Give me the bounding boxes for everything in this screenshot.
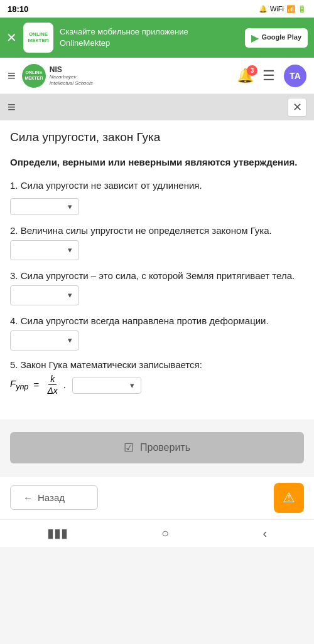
warning-icon: ⚠ — [283, 490, 295, 506]
check-section: ☑ Проверить — [0, 420, 314, 476]
question-5-select[interactable]: ▾ — [72, 377, 141, 394]
question-4-text: 4. Сила упругости всегда направлена прот… — [10, 314, 304, 351]
question-5: 5. Закон Гука математически записывается… — [10, 359, 304, 396]
nav-logo-group: ONLINE МЕКТЕП NIS Nazarbayev Intellectua… — [22, 64, 230, 88]
toolbar: ≡ ✕ — [0, 94, 314, 120]
main-content: Сила упругости, закон Гука Определи, вер… — [0, 120, 314, 420]
check-icon: ☑ — [124, 441, 134, 455]
google-play-label: Google Play — [261, 33, 301, 41]
question-2-text: 2. Величина силы упругости не определяет… — [10, 224, 304, 260]
question-1-select[interactable]: ▾ — [10, 198, 79, 215]
question-4: 4. Сила упругости всегда направлена прот… — [10, 314, 304, 351]
sys-home-button[interactable]: ○ — [161, 526, 169, 541]
question-3-select[interactable]: ▾ — [10, 285, 79, 305]
nav-nis-logo: NIS Nazarbayev Intellectual Schools — [50, 65, 100, 87]
task-instruction: Определи, верными или неверными являются… — [10, 156, 304, 169]
question-2-select[interactable]: ▾ — [10, 240, 79, 260]
wifi-icon: WiFi — [270, 5, 284, 13]
status-icons: 🔔 WiFi 📶 🔋 — [259, 5, 306, 13]
signal-icon: 📶 — [286, 5, 295, 13]
status-bar: 18:10 🔔 WiFi 📶 🔋 — [0, 0, 314, 18]
back-button[interactable]: ← Назад — [10, 485, 98, 510]
toolbar-close-button[interactable]: ✕ — [288, 98, 306, 117]
formula-lhs: Fупр — [10, 378, 28, 391]
google-play-button[interactable]: ▶ Google Play — [245, 28, 308, 48]
notification-badge: 3 — [247, 65, 257, 76]
question-1: 1. Сила упругости не зависит от удлинени… — [10, 179, 304, 215]
question-3-text: 3. Сила упругости – это сила, с которой … — [10, 269, 304, 305]
nav-icons: 🔔 3 ☰ ТА — [237, 65, 306, 87]
question-2: 2. Величина силы упругости не определяет… — [10, 224, 304, 260]
chevron-down-icon: ▾ — [68, 202, 72, 211]
chevron-down-icon: ▾ — [68, 244, 72, 256]
question-3: 3. Сила упругости – это сила, с которой … — [10, 269, 304, 305]
back-arrow-icon: ← — [23, 492, 33, 503]
navbar: ≡ ONLINE МЕКТЕП NIS Nazarbayev Intellect… — [0, 58, 314, 94]
nav-logo: ONLINE МЕКТЕП — [22, 64, 46, 88]
question-4-select[interactable]: ▾ — [10, 330, 79, 351]
alarm-icon: 🔔 — [259, 5, 268, 13]
chevron-down-icon: ▾ — [130, 381, 134, 390]
chevron-down-icon: ▾ — [68, 289, 72, 302]
check-button-label: Проверить — [140, 442, 190, 453]
notification-bell-button[interactable]: 🔔 3 — [237, 68, 254, 84]
page-title: Сила упругости, закон Гука — [10, 130, 304, 144]
sys-recent-button[interactable]: ▮▮▮ — [47, 525, 68, 541]
back-button-label: Назад — [38, 492, 65, 503]
status-time: 18:10 — [8, 4, 28, 14]
formula-dot: . — [63, 379, 66, 390]
battery-icon: 🔋 — [298, 5, 306, 13]
question-5-text: 5. Закон Гука математически записывается… — [10, 359, 304, 370]
system-nav-bar: ▮▮▮ ○ ‹ — [0, 519, 314, 547]
sys-back-button[interactable]: ‹ — [263, 526, 268, 541]
toolbar-menu-button[interactable]: ≡ — [8, 99, 16, 115]
bottom-nav: ← Назад ⚠ — [0, 476, 314, 519]
formula-row: Fупр = k Δx . ▾ — [10, 374, 304, 396]
list-view-icon[interactable]: ☰ — [263, 68, 275, 84]
check-button[interactable]: ☑ Проверить — [10, 432, 304, 463]
user-avatar[interactable]: ТА — [284, 65, 306, 87]
banner-logo: ONLINE МЕКТЕП — [23, 23, 53, 53]
nav-hamburger-button[interactable]: ≡ — [8, 68, 16, 84]
fraction: k Δx — [45, 374, 59, 396]
formula-display: Fупр = k Δx . — [10, 374, 66, 396]
chevron-down-icon: ▾ — [68, 334, 72, 347]
google-play-icon: ▶ — [251, 32, 259, 44]
question-1-text: 1. Сила упругости не зависит от удлинени… — [10, 179, 304, 193]
app-banner: ✕ ONLINE МЕКТЕП Скачайте мобильное прило… — [0, 18, 314, 58]
warning-button[interactable]: ⚠ — [274, 483, 304, 513]
banner-close-button[interactable]: ✕ — [6, 30, 17, 45]
banner-text: Скачайте мобильное приложение OnlineMekt… — [60, 26, 239, 49]
